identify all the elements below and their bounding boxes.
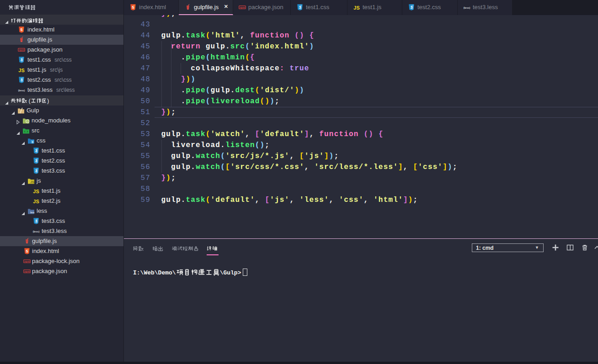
svg-text:3: 3 — [21, 78, 23, 82]
svg-text:3: 3 — [35, 219, 37, 223]
svg-text:JS: JS — [33, 199, 39, 204]
svg-text:3: 3 — [35, 158, 37, 163]
svg-text:5: 5 — [132, 5, 134, 10]
svg-text:5: 5 — [21, 27, 23, 32]
svg-text:JS: JS — [18, 68, 24, 73]
svg-text:3: 3 — [299, 5, 301, 10]
svg-text:3: 3 — [21, 58, 23, 62]
svg-text:3: 3 — [32, 141, 33, 143]
svg-text:JS: JS — [33, 189, 39, 194]
svg-text:5: 5 — [26, 249, 28, 253]
svg-text:3: 3 — [35, 148, 37, 153]
svg-text:(less): (less) — [18, 89, 25, 92]
svg-text:npm: npm — [24, 270, 30, 273]
svg-text:npm: npm — [19, 48, 24, 51]
svg-text:3: 3 — [411, 5, 413, 10]
svg-text:(less): (less) — [464, 6, 470, 9]
svg-text:JS: JS — [30, 180, 34, 184]
svg-text:(less): (less) — [33, 230, 40, 233]
svg-text:JS: JS — [353, 5, 359, 11]
svg-text:npm: npm — [24, 260, 30, 263]
svg-text:n: n — [27, 120, 28, 122]
svg-text:npm: npm — [240, 6, 245, 9]
svg-text:less: less — [30, 211, 34, 214]
svg-text:3: 3 — [35, 169, 37, 173]
